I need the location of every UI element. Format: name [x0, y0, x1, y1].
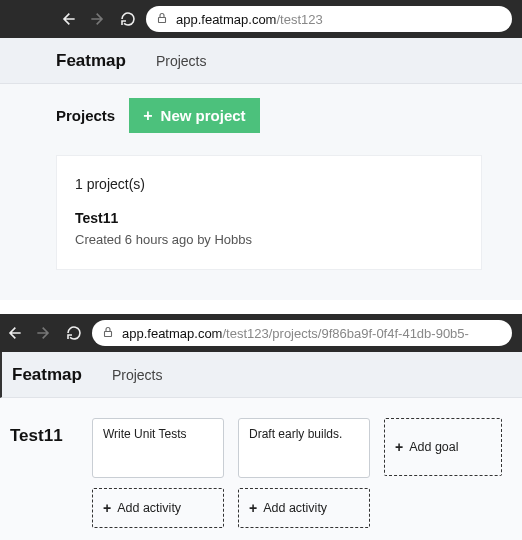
add-goal-label: Add goal — [409, 440, 458, 454]
activity-column: Write Unit Tests + Add activity — [92, 418, 224, 528]
project-item-meta: Created 6 hours ago by Hobbs — [75, 232, 463, 247]
add-goal-button[interactable]: + Add goal — [384, 418, 502, 476]
lock-icon — [102, 326, 114, 341]
new-project-button[interactable]: + New project — [129, 98, 259, 133]
forward-icon[interactable] — [36, 325, 52, 341]
plus-icon: + — [143, 108, 152, 124]
app-header: Featmap Projects — [0, 352, 522, 398]
projects-page: Projects + New project 1 project(s) Test… — [0, 84, 522, 300]
goal-column: + Add goal — [384, 418, 502, 476]
brand-logo[interactable]: Featmap — [12, 365, 82, 385]
svg-rect-0 — [159, 17, 166, 22]
activity-card[interactable]: Draft early builds. — [238, 418, 370, 478]
nav-projects-link[interactable]: Projects — [156, 53, 207, 69]
browser-toolbar: app.featmap.com/test123/projects/9f86ba9… — [0, 314, 522, 352]
project-item-name[interactable]: Test11 — [75, 210, 463, 226]
reload-icon[interactable] — [120, 11, 136, 27]
add-activity-label: Add activity — [263, 501, 327, 515]
browser-toolbar: app.featmap.com/test123 — [0, 0, 522, 38]
activity-column: Draft early builds. + Add activity — [238, 418, 370, 528]
back-icon[interactable] — [60, 11, 76, 27]
nav-projects-link[interactable]: Projects — [112, 367, 163, 383]
project-title: Test11 — [8, 418, 78, 446]
plus-icon: + — [395, 439, 403, 455]
back-icon[interactable] — [6, 325, 22, 341]
url-text: app.featmap.com/test123 — [176, 12, 323, 27]
url-text: app.featmap.com/test123/projects/9f86ba9… — [122, 326, 469, 341]
projects-heading: Projects — [56, 107, 115, 124]
project-board: Test11 Write Unit Tests + Add activity D… — [0, 398, 522, 540]
brand-logo[interactable]: Featmap — [56, 51, 126, 71]
projects-card: 1 project(s) Test11 Created 6 hours ago … — [56, 155, 482, 270]
app-header: Featmap Projects — [0, 38, 522, 84]
plus-icon: + — [249, 500, 257, 516]
forward-icon[interactable] — [90, 11, 106, 27]
activity-card[interactable]: Write Unit Tests — [92, 418, 224, 478]
address-bar[interactable]: app.featmap.com/test123 — [146, 6, 512, 32]
plus-icon: + — [103, 500, 111, 516]
add-activity-button[interactable]: + Add activity — [238, 488, 370, 528]
new-project-label: New project — [161, 107, 246, 124]
lock-icon — [156, 12, 168, 27]
project-count: 1 project(s) — [75, 176, 463, 192]
add-activity-button[interactable]: + Add activity — [92, 488, 224, 528]
reload-icon[interactable] — [66, 325, 82, 341]
svg-rect-1 — [105, 331, 112, 336]
add-activity-label: Add activity — [117, 501, 181, 515]
address-bar[interactable]: app.featmap.com/test123/projects/9f86ba9… — [92, 320, 512, 346]
